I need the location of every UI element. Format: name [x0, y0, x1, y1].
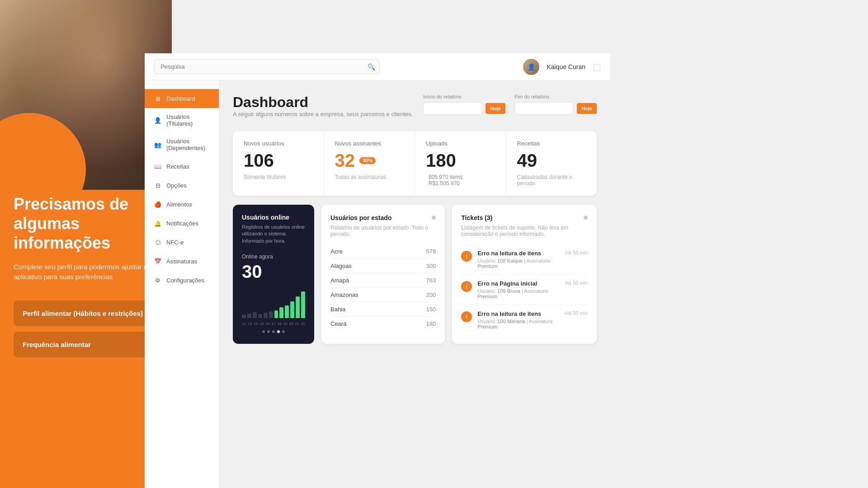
online-users-card: Usuários online Registros de usuários on… — [233, 205, 314, 344]
tickets-list: ! Erro na leitura de itens Usuário: 108 … — [461, 244, 588, 335]
date-end-select[interactable] — [514, 102, 573, 115]
state-count: 763 — [426, 277, 436, 284]
sidebar: 🛒 easily v10.7.3 ⊞ Dashboard 👤 Usuários … — [145, 53, 219, 488]
ticket-title: Erro na leitura de itens — [477, 310, 560, 317]
date-start-select[interactable] — [423, 102, 482, 115]
logout-icon[interactable]: ⬚ — [593, 61, 601, 72]
page-title: Dashboard — [233, 94, 413, 111]
avatar: 👤 — [523, 59, 539, 75]
bar-0 — [242, 314, 246, 318]
sidebar-item-notificacoes[interactable]: 🔔 Notificações — [145, 214, 219, 233]
sidebar-item-alimentos[interactable]: 🍎 Alimentos — [145, 195, 219, 214]
sidebar-item-opcoes[interactable]: ⊟ Opções — [145, 176, 219, 195]
online-card-desc: Registros de usuários online utilizando … — [242, 224, 305, 244]
ticket-title: Erro na leitura de itens — [477, 250, 560, 257]
sidebar-item-label: Dashboard — [166, 95, 195, 102]
ticket-meta: Usuário: 108 Kaique | Assinatura: Premiu… — [477, 258, 560, 269]
chart-bars — [242, 291, 305, 318]
list-item: ! Erro na leitura de itens Usuário: 100 … — [461, 305, 588, 335]
bar-11 — [301, 291, 305, 318]
sidebar-item-usuarios-titulares[interactable]: 👤 Usuários (Titulares) — [145, 108, 219, 132]
chart-label: 20 — [289, 322, 293, 326]
bar-4 — [264, 313, 268, 318]
ticket-icon: ! — [461, 281, 472, 292]
food-frequency-button[interactable]: Frequência alimentar – — [14, 332, 158, 357]
sidebar-item-configuracoes[interactable]: ⚙ Configurações — [145, 271, 219, 290]
state-name: Alagoas — [330, 263, 352, 269]
sidebar-item-dashboard[interactable]: ⊞ Dashboard — [145, 89, 219, 108]
search-input[interactable] — [154, 59, 380, 74]
list-item: ! Erro na leitura de itens Usuário: 108 … — [461, 244, 588, 275]
chart-dots — [242, 330, 305, 333]
stat-card-users: Novos usuários 106 Somente titulares — [233, 131, 324, 196]
date-start-today-btn[interactable]: Hoje — [486, 103, 505, 114]
state-count: 150 — [426, 306, 436, 313]
stat-card-uploads: Uploads 180 805.970 items R$1.505.970 — [415, 131, 506, 196]
date-end-label: Fim do relatório — [514, 94, 597, 99]
date-start-label: Início do relatório — [423, 94, 505, 99]
sidebar-item-label: Opções — [166, 182, 187, 189]
stat-receitas-value: 49 — [517, 151, 586, 169]
dashboard-content: Dashboard A seguir alguns números sobre … — [219, 80, 610, 357]
chart-label: 22 — [301, 322, 305, 326]
dot-5 — [282, 330, 285, 333]
sidebar-item-label: Configurações — [166, 277, 204, 284]
search-wrapper: 🔍 — [154, 59, 380, 74]
food-frequency-label: Frequência alimentar — [23, 341, 91, 348]
search-icon: 🔍 — [368, 63, 375, 70]
date-end-today-btn[interactable]: Hoje — [577, 103, 597, 114]
state-name: Amapá — [330, 277, 349, 284]
dashboard-header: Dashboard A seguir alguns números sobre … — [233, 94, 597, 128]
chart-labels: 1213141516171819202122 — [242, 322, 305, 326]
stat-users-value: 106 — [244, 151, 313, 169]
stat-card-subscribers: Novos assinantes 32 30% Todas as assinat… — [324, 131, 415, 196]
bar-10 — [296, 296, 300, 318]
state-card-title: Usuários por estado — [330, 214, 392, 221]
states-list: Acre578Alagoas300Amapá763Amazonas200Bahi… — [330, 244, 436, 331]
dot-3 — [272, 330, 275, 333]
state-count: 180 — [426, 320, 436, 327]
bar-2 — [253, 312, 257, 318]
stat-uploads-label: Uploads — [426, 140, 495, 147]
date-end-group: Fim do relatório Hoje — [514, 94, 597, 115]
dot-4 — [277, 330, 280, 333]
stat-receitas-sub: Cadastradas durante o período — [517, 174, 586, 187]
state-name: Bahia — [330, 306, 345, 313]
food-profile-button[interactable]: Perfil alimentar (Hábitos e restrições) … — [14, 300, 158, 326]
bottom-row: Usuários online Registros de usuários on… — [233, 205, 597, 344]
stat-uploads-value: 180 — [426, 151, 495, 169]
list-item: Amazonas200 — [330, 288, 436, 302]
stats-row: Novos usuários 106 Somente titulares Nov… — [233, 131, 597, 196]
calendar-icon: 📅 — [154, 257, 162, 265]
chart-label: 12 — [242, 322, 246, 326]
ticket-title: Erro na Página inicial — [477, 280, 560, 287]
users-icon: 👥 — [154, 141, 162, 149]
ticket-info: Erro na leitura de itens Usuário: 100 Ma… — [477, 310, 560, 329]
chart-label: 21 — [295, 322, 299, 326]
tickets-filter-icon[interactable]: ≡ — [584, 214, 588, 222]
sidebar-item-label: NFC-e — [166, 239, 184, 246]
topbar-right: 👤 Kaique Curan ⬚ — [523, 59, 601, 75]
list-item: Ceará180 — [330, 317, 436, 331]
settings-icon: ⚙ — [154, 276, 162, 284]
dashboard-subtitle: A seguir alguns números sobre a empresa,… — [233, 111, 413, 117]
date-start-group: Início do relatório Hoje — [423, 94, 505, 115]
date-filters: Início do relatório Hoje Fim do relatóri… — [423, 94, 597, 115]
filter-icon[interactable]: ≡ — [432, 214, 436, 222]
sidebar-item-nfce[interactable]: ⬡ NFC-e — [145, 233, 219, 252]
sidebar-item-usuarios-dependentes[interactable]: 👥 Usuários (Dependentes) — [145, 132, 219, 157]
stat-card-receitas: Receitas 49 Cadastradas durante o períod… — [506, 131, 597, 196]
sidebar-item-label: Assinaturas — [166, 258, 197, 265]
sidebar-item-assinaturas[interactable]: 📅 Assinaturas — [145, 252, 219, 271]
stat-uploads-sub: 805.970 items R$1.505.970 — [426, 174, 495, 187]
bar-6 — [274, 310, 278, 318]
online-count: 30 — [242, 262, 305, 282]
ticket-meta: Usuário: 109 Bruna | Assinatura: Premium — [477, 288, 560, 299]
stat-users-sub: Somente titulares — [244, 174, 313, 180]
bar-3 — [258, 314, 262, 319]
list-item: Amapá763 — [330, 273, 436, 288]
bar-9 — [290, 301, 294, 318]
sidebar-item-receitas[interactable]: 📖 Receitas — [145, 157, 219, 176]
apple-icon: 🍎 — [154, 200, 162, 208]
stat-users-label: Novos usuários — [244, 140, 313, 147]
